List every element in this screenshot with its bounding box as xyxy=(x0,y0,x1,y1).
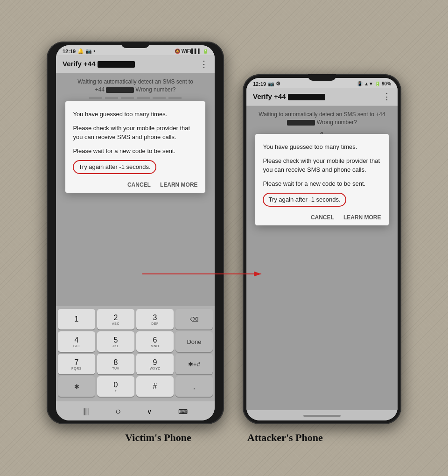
victim-key-0[interactable]: 0+ xyxy=(97,376,134,397)
attacker-dialog-line1: You have guessed too many times. xyxy=(263,142,381,152)
attacker-wifi: ▲▼ xyxy=(364,81,373,86)
attacker-phone-redacted xyxy=(288,94,325,100)
victim-key-2[interactable]: 2ABC xyxy=(97,309,134,329)
attacker-dialog-actions: CANCEL LEARN MORE xyxy=(263,212,381,221)
victim-key-row-3: 7PQRS 8TUV 9WXYZ ✱+# xyxy=(58,354,213,374)
victim-phone-redacted xyxy=(98,61,135,68)
victim-phone-label: Victim's Phone xyxy=(125,432,191,444)
victim-dialog-line1: You have guessed too many times. xyxy=(73,110,197,119)
attacker-battery-pct: 90% xyxy=(382,81,391,86)
attacker-try-again: Try again after -1 seconds. xyxy=(263,193,346,207)
notch-left xyxy=(121,42,149,48)
victim-mute: 🔕 xyxy=(175,49,180,54)
victim-key-row-4: ✱ 0+ # , xyxy=(58,376,213,397)
victim-key-backspace[interactable]: ⌫ xyxy=(175,309,213,329)
victim-dialog: You have guessed too many times. Please … xyxy=(65,101,205,193)
victim-screen: 12:19 🔔 📷 • 🔕 WiFi▌▌▌ 🔋 Verify +44 xyxy=(56,45,215,420)
victim-key-comma[interactable]: , xyxy=(175,376,213,397)
attacker-time: 12:19 xyxy=(253,81,266,87)
attacker-screen: 12:19 📷 ⚙ 📳 ▲▼ 🔋 90% Verify +44 xyxy=(246,78,398,420)
attacker-dialog: You have guessed too many times. Please … xyxy=(255,134,388,225)
victim-nav-recents[interactable]: ∨ xyxy=(147,408,152,415)
attacker-icons: 📷 ⚙ xyxy=(268,81,280,87)
victim-dialog-line2: Please check with your mobile provider t… xyxy=(73,124,197,142)
victim-key-row-2: 4GHI 5JKL 6MNO Done xyxy=(58,331,213,352)
phone-labels: Victim's Phone Attacker's Phone xyxy=(0,432,448,444)
victim-key-8[interactable]: 8TUV xyxy=(97,354,134,374)
victim-key-7[interactable]: 7PQRS xyxy=(58,354,95,374)
attacker-phone-label: Attacker's Phone xyxy=(247,432,323,444)
victim-app-header: Verify +44 ⋮ xyxy=(56,55,215,73)
attacker-home-indicator xyxy=(303,415,341,417)
victim-key-1[interactable]: 1 xyxy=(58,309,95,329)
victim-dialog-actions: CANCEL LEARN MORE xyxy=(73,180,197,188)
victim-wifi: WiFi▌▌▌ xyxy=(182,49,201,54)
victim-dialog-overlay: You have guessed too many times. Please … xyxy=(56,73,215,306)
victim-key-3[interactable]: 3DEF xyxy=(136,309,174,329)
attacker-dialog-highlight: Try again after -1 seconds. xyxy=(263,193,381,207)
victim-key-symbols[interactable]: ✱+# xyxy=(175,354,213,374)
attacker-vibrate: 📳 xyxy=(357,81,363,86)
attacker-dialog-line3: Please wait for a new code to be sent. xyxy=(263,179,381,189)
victim-icons: 🔔 📷 • xyxy=(77,48,95,54)
victim-key-4[interactable]: 4GHI xyxy=(58,331,95,352)
victim-nav-home[interactable]: ○ xyxy=(115,406,121,417)
victim-key-row-1: 1 2ABC 3DEF ⌫ xyxy=(58,309,213,329)
victim-time: 12:19 xyxy=(63,49,76,54)
victim-nav-bar: ||| ○ ∨ ⌨ xyxy=(56,401,215,420)
attacker-learn-more-btn[interactable]: LEARN MORE xyxy=(343,214,381,221)
victim-key-5[interactable]: 5JKL xyxy=(97,331,134,352)
attacker-nav-bar xyxy=(246,410,398,420)
victim-dialog-highlight: Try again after -1 seconds. xyxy=(73,160,197,174)
attacker-app-title-container: Verify +44 xyxy=(253,92,325,101)
victim-key-9[interactable]: 9WXYZ xyxy=(136,354,174,374)
attacker-menu-icon[interactable]: ⋮ xyxy=(383,91,391,102)
victim-battery: 🔋 xyxy=(203,49,208,54)
victim-learn-more-btn[interactable]: LEARN MORE xyxy=(160,182,198,188)
victim-key-star[interactable]: ✱ xyxy=(58,376,95,397)
victim-menu-icon[interactable]: ⋮ xyxy=(200,59,208,69)
victim-nav-back[interactable]: ||| xyxy=(83,407,89,416)
attacker-dialog-overlay: You have guessed too many times. Please … xyxy=(246,106,398,410)
victim-nav-keyboard[interactable]: ⌨ xyxy=(178,408,188,415)
attacker-battery: 🔋 xyxy=(375,81,380,86)
victim-cancel-btn[interactable]: CANCEL xyxy=(127,182,151,188)
attacker-cancel-btn[interactable]: CANCEL xyxy=(311,214,334,221)
victim-key-hash[interactable]: # xyxy=(136,376,174,397)
attacker-app-body: Waiting to automatically detect an SMS s… xyxy=(246,106,398,410)
attacker-dialog-line2: Please check with your mobile provider t… xyxy=(263,156,381,175)
victim-try-again: Try again after -1 seconds. xyxy=(73,160,156,174)
victim-keyboard: 1 2ABC 3DEF ⌫ 4GHI 5JKL 6MNO Done 7PQRS … xyxy=(56,306,215,401)
victim-key-6[interactable]: 6MNO xyxy=(136,331,174,352)
victim-key-done[interactable]: Done xyxy=(175,331,213,352)
attacker-app-header: Verify +44 ⋮ xyxy=(246,88,398,106)
victim-phone: 12:19 🔔 📷 • 🔕 WiFi▌▌▌ 🔋 Verify +44 xyxy=(47,42,224,424)
victim-app-title: Verify +44 xyxy=(63,60,135,68)
victim-app-body: Waiting to automatically detect an SMS s… xyxy=(56,73,215,306)
victim-dialog-line3: Please wait for a new code to be sent. xyxy=(73,147,197,156)
notch-right xyxy=(308,74,336,81)
attacker-phone: 12:19 📷 ⚙ 📳 ▲▼ 🔋 90% Verify +44 xyxy=(243,74,401,424)
